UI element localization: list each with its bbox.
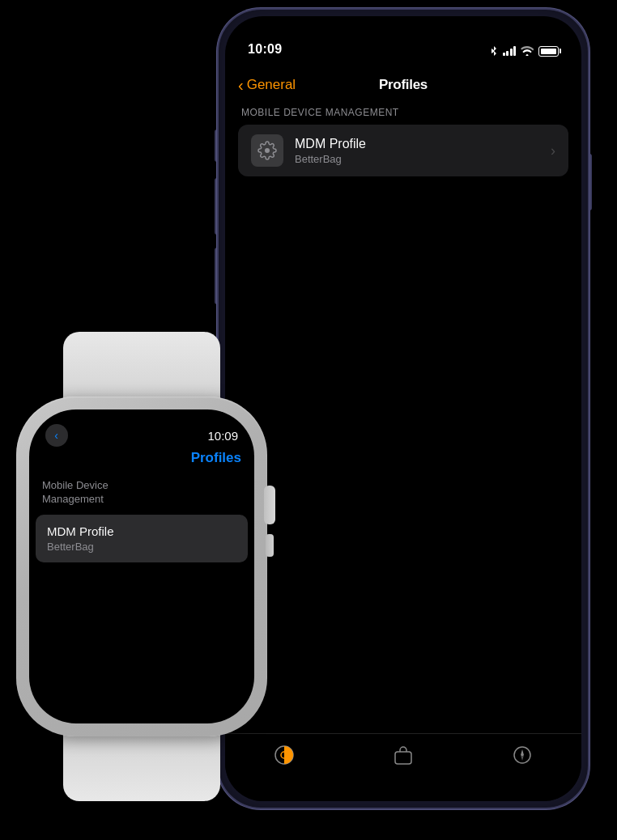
- circle-half-icon: [273, 744, 296, 766]
- iphone-content: MOBILE DEVICE MANAGEMENT MDM Profile Bet…: [225, 107, 581, 736]
- mdm-profile-icon: [251, 134, 283, 167]
- watch-crown: [264, 486, 275, 524]
- page-title: Profiles: [379, 77, 428, 93]
- bag-icon: [393, 745, 414, 766]
- dynamic-island: [355, 28, 452, 55]
- apple-watch-device: ‹ 10:09 Profiles Mobile Device Managemen…: [16, 397, 267, 736]
- mdm-profile-item[interactable]: MDM Profile BetterBag ›: [238, 125, 568, 176]
- tab-item-2[interactable]: [344, 744, 463, 766]
- watch-back-button[interactable]: ‹: [45, 424, 68, 447]
- iphone-screen: 10:09: [225, 16, 581, 801]
- iphone-device: 10:09: [217, 8, 589, 809]
- watch-screen: ‹ 10:09 Profiles Mobile Device Managemen…: [29, 409, 254, 723]
- tab-icon-3: [511, 744, 534, 766]
- gear-icon: [257, 141, 277, 160]
- status-icons: [490, 45, 560, 57]
- battery-icon: [538, 46, 559, 57]
- tab-item-1[interactable]: [225, 744, 344, 766]
- mdm-profile-subtitle: BetterBag: [295, 153, 539, 165]
- watch-side-button: [266, 534, 274, 557]
- tab-icon-2: [392, 744, 415, 766]
- bluetooth-icon: [490, 45, 498, 57]
- watch-back-chevron-icon: ‹: [54, 429, 58, 442]
- compass-icon: [512, 745, 533, 766]
- watch-mdm-profile-title: MDM Profile: [47, 524, 236, 538]
- back-label: General: [247, 77, 296, 93]
- watch-mdm-profile-item[interactable]: MDM Profile BetterBag: [36, 515, 248, 562]
- svg-rect-2: [395, 752, 411, 764]
- watch-case: ‹ 10:09 Profiles Mobile Device Managemen…: [16, 397, 267, 736]
- watch-mdm-profile-subtitle: BetterBag: [47, 541, 236, 553]
- back-chevron-icon: ‹: [238, 76, 244, 95]
- tab-item-3[interactable]: [462, 744, 581, 766]
- watch-time: 10:09: [207, 429, 238, 443]
- mdm-profile-text: MDM Profile BetterBag: [295, 137, 539, 165]
- watch-section-label: Mobile Device Management: [42, 479, 109, 507]
- watch-title: Profiles: [191, 450, 241, 466]
- watch-status-bar: ‹ 10:09: [29, 424, 254, 447]
- iphone-body: 10:09: [217, 8, 589, 809]
- tab-bar: [225, 733, 581, 801]
- signal-bars-icon: [503, 46, 517, 56]
- wifi-icon: [521, 46, 534, 56]
- status-time: 10:09: [248, 42, 282, 57]
- back-button[interactable]: ‹ General: [238, 76, 296, 95]
- section-label: MOBILE DEVICE MANAGEMENT: [238, 107, 568, 118]
- chevron-right-icon: ›: [551, 142, 555, 159]
- tab-icon-1: [273, 744, 296, 766]
- mdm-profile-title: MDM Profile: [295, 137, 539, 151]
- navigation-bar: ‹ General Profiles: [225, 63, 581, 107]
